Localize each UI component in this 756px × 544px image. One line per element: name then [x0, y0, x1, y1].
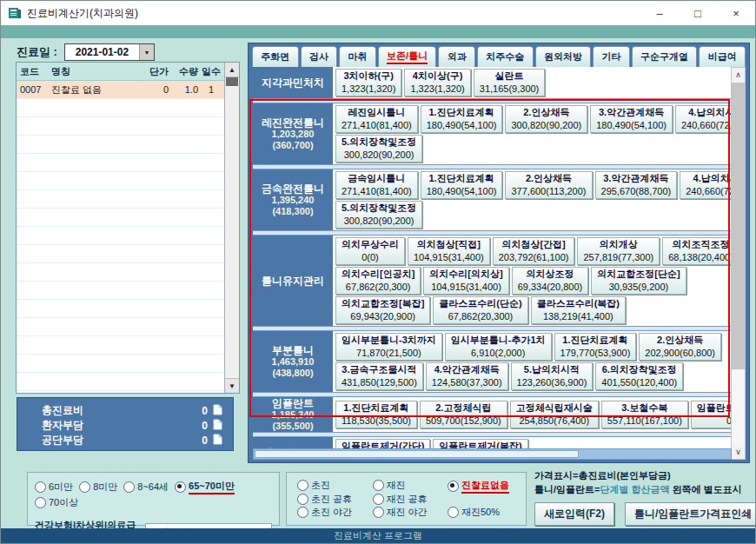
fee-button[interactable]: 의치수리[인공치]67,862(20,300) [335, 267, 421, 295]
fee-section: 부분틀니1,463,910(438,800)임시부분틀니-3치까지71,870(… [253, 331, 732, 392]
fee-button-name: 3.보철수복 [607, 401, 682, 415]
radio-재진 야간[interactable]: 재진 야간 [373, 506, 428, 519]
fee-button[interactable]: 2.인상채득202,900(60,800) [639, 333, 721, 361]
radio-6미만[interactable]: 6미만 [35, 481, 73, 494]
scrollbar-thumb[interactable] [732, 83, 745, 369]
fee-button[interactable]: 5.의치장착및조정300,820(90,200) [335, 201, 422, 229]
fee-button[interactable]: 클라스프수리(복잡)138,219(41,400) [531, 296, 626, 324]
table-scrollbar[interactable]: ▲ ▼ [224, 63, 239, 393]
panel-scrollbar-vertical[interactable]: ∧ ∨ [731, 67, 746, 460]
radio-재진[interactable]: 재진 [373, 479, 428, 492]
radio-재진 공휴[interactable]: 재진 공휴 [373, 493, 428, 506]
fee-button-value: 1,323(1,320) [410, 83, 464, 96]
fee-button-name: 레진임시틀니 [342, 106, 412, 119]
fee-button[interactable]: 1.진단치료계획180,490(54,100) [421, 105, 503, 133]
tab-외과[interactable]: 외과 [438, 46, 475, 67]
visit-date-combobox[interactable]: 2021-01-02 ▼ [64, 43, 155, 61]
fee-button[interactable]: 1.진단치료계획118,530(35,500) [335, 401, 417, 428]
fee-button[interactable]: 의치무상수리0(0) [335, 237, 405, 265]
scrollbar-thumb[interactable] [255, 450, 579, 458]
fee-button[interactable]: 3치이하(구)1,323(1,320) [335, 69, 401, 96]
fee-button[interactable]: 임플란트무상수리0(0) [691, 401, 732, 428]
section-label-line: 1,463,910 [272, 356, 315, 368]
fee-button[interactable]: 고정체식립재시술254,850(76,400) [510, 401, 599, 428]
new-input-button[interactable]: 새로입력(F2) [534, 502, 614, 526]
radio-초진 공휴[interactable]: 초진 공휴 [297, 493, 352, 506]
tab-비급여[interactable]: 비급여 [699, 46, 746, 67]
radio-65~70미만[interactable]: 65~70미만 [175, 480, 235, 494]
fee-button[interactable]: 금속임시틀니271,410(81,400) [335, 171, 418, 199]
fee-button[interactable]: 3.보철수복557,110(167,100) [601, 401, 688, 428]
fee-button-value: 1,323(1,320) [342, 83, 395, 96]
fee-button[interactable]: 2.인상채득300,820(90,200) [505, 105, 587, 133]
close-button[interactable]: × [717, 1, 755, 25]
fee-button-name: 임플란트제거(복잡) [439, 440, 521, 448]
tab-bar: 주화면검사마취보존/틀니외과치주수술원외처방기타구순구개열비급여 [252, 46, 746, 67]
fee-button[interactable]: 임시부분틀니-3치까지71,870(21,500) [335, 333, 442, 361]
section-label: 임플란트1,185,340(355,500) [253, 397, 333, 432]
fee-button[interactable]: 4.악간관계채득124,580(37,300) [426, 362, 508, 390]
print-price-table-button[interactable]: 틀니/임플란트가격표인쇄 [625, 502, 756, 526]
tab-주화면[interactable]: 주화면 [252, 46, 299, 67]
radio-8~64세[interactable]: 8~64세 [123, 481, 169, 494]
fee-button[interactable]: 레진임시틀니271,410(81,400) [335, 105, 418, 133]
fee-button[interactable]: 의치수리[의치상]104,915(31,400) [423, 267, 508, 295]
dropdown-arrow-icon[interactable]: ▼ [139, 44, 154, 60]
maximize-button[interactable]: □ [679, 1, 717, 25]
fee-button[interactable]: 의치교합조정[복잡]69,943(20,900) [335, 296, 430, 324]
fee-button[interactable]: 1.진단치료계획180,490(54,100) [421, 171, 503, 199]
button-row: 의치교합조정[복잡]69,943(20,900)클라스프수리(단순)67,862… [335, 296, 732, 324]
tab-기타[interactable]: 기타 [593, 46, 630, 67]
radio-재진50%[interactable]: 재진50% [448, 506, 509, 519]
fee-button[interactable]: 4.납의치시적240,660(72,100) [680, 171, 732, 199]
table-row-empty [17, 282, 224, 300]
fee-button[interactable]: 의치개상257,819(77,300) [577, 237, 660, 265]
tab-마취[interactable]: 마취 [339, 46, 376, 67]
tab-치주수술[interactable]: 치주수술 [477, 46, 534, 67]
scrollbar-thumb[interactable] [226, 77, 238, 86]
fee-button[interactable]: 6.의치장착및조정401,550(120,400) [595, 362, 683, 390]
fee-button[interactable]: 의치조직조정68,138(20,400) [662, 237, 732, 265]
tab-구순구개열[interactable]: 구순구개열 [632, 46, 698, 67]
fee-button[interactable]: 의치교합조정[단순]30,935(9,200) [591, 267, 686, 295]
tab-보존/틀니[interactable]: 보존/틀니 [378, 46, 437, 67]
fee-button[interactable]: 임플란트제거(간단)9,672(1,500) [335, 439, 430, 448]
fee-button[interactable]: 5.납의치시적123,260(36,900) [511, 362, 594, 390]
fee-button[interactable]: 5.의치장착및조정300,820(90,200) [335, 135, 422, 163]
radio-진찰료없음[interactable]: 진찰료없음 [448, 479, 509, 494]
minimize-button[interactable]: – [640, 1, 679, 25]
section-label: 금속완전틀니1,395,240(418,300) [253, 169, 333, 230]
fee-button[interactable]: 임시부분틀니-추가1치6,910(2,000) [445, 333, 552, 361]
fee-button[interactable]: 의치첨상[직접]104,915(31,400) [408, 237, 490, 265]
fee-button[interactable]: 임플란트제거(복잡)78,511(23,500) [433, 439, 527, 448]
panel-scrollbar-horizontal[interactable] [253, 448, 732, 460]
section-buttons: 레진임시틀니271,410(81,400)1.진단치료계획180,490(54,… [333, 103, 732, 164]
fee-button[interactable]: 3.금속구조물시적431,850(129,500) [335, 362, 423, 390]
fee-button[interactable]: 의치상조정69,334(20,800) [512, 267, 589, 295]
fee-button-name: 3치이하(구) [342, 70, 395, 83]
fee-button[interactable]: 2.인상채득377,600(113,200) [505, 171, 592, 199]
fee-button[interactable]: 3.악간관계채득295,670(88,700) [595, 171, 678, 199]
chevron-up-icon[interactable]: ∧ [732, 68, 745, 82]
fee-button[interactable]: 클라스프수리(단순)67,862(20,300) [433, 296, 527, 324]
scroll-down-icon[interactable]: ▼ [225, 378, 239, 393]
radio-70이상[interactable]: 70이상 [35, 496, 78, 509]
fee-button-value: 257,819(77,300) [583, 251, 653, 264]
fee-button[interactable]: 4치이상(구)1,323(1,320) [404, 69, 470, 96]
table-row[interactable]: 0007진찰료 없음01.01 [17, 81, 224, 99]
tab-검사[interactable]: 검사 [301, 46, 338, 67]
radio-8미만[interactable]: 8미만 [79, 481, 117, 494]
section-label: 레진완전틀니1,203,280(360,700) [253, 103, 333, 164]
scroll-up-icon[interactable]: ▲ [225, 63, 239, 77]
radio-초진 야간[interactable]: 초진 야간 [297, 506, 352, 519]
table-row-empty [17, 245, 224, 263]
radio-초진[interactable]: 초진 [297, 479, 352, 492]
fee-button[interactable]: 실란트31,165(9,300) [474, 69, 546, 96]
fee-button[interactable]: 2.고정체식립509,700(152,900) [420, 401, 507, 428]
fee-button[interactable]: 1.진단치료계획179,770(53,900) [554, 333, 637, 361]
chevron-down-icon[interactable]: ∨ [732, 445, 745, 459]
fee-button[interactable]: 3.악간관계채득180,490(54,100) [590, 105, 673, 133]
fee-button[interactable]: 의치첨상[간접]203,792(61,100) [493, 237, 575, 265]
fee-button[interactable]: 4.납의치시적240,660(72,100) [675, 105, 732, 133]
tab-원외처방[interactable]: 원외처방 [535, 46, 592, 67]
